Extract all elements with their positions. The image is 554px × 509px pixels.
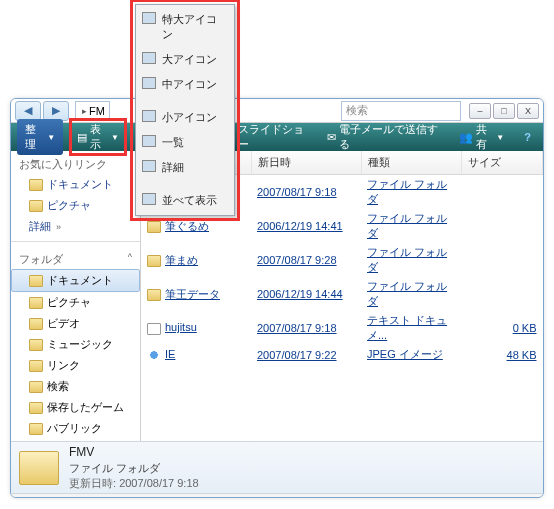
view-menu-item[interactable]: 詳細	[138, 155, 232, 180]
table-row[interactable]: hujitsu2007/08/17 9:18テキスト ドキュメ...0 KB	[141, 311, 543, 345]
search-input[interactable]: 検索	[341, 101, 461, 121]
col-type[interactable]: 種類	[361, 151, 461, 175]
favorite-link[interactable]: ドキュメント	[11, 174, 140, 195]
folder-icon	[29, 297, 43, 309]
details-title: FMV	[69, 444, 199, 461]
folder-icon	[147, 255, 161, 267]
view-menu-item[interactable]: 特大アイコン	[138, 7, 232, 47]
details-pane: FMV ファイル フォルダ 更新日時: 2007/08/17 9:18	[11, 441, 543, 493]
folder-tree-item[interactable]: ビデオ	[11, 313, 140, 334]
breadcrumb-item[interactable]: FM	[89, 105, 105, 117]
caret-down-icon: ▼	[496, 133, 504, 142]
folder-icon	[29, 423, 43, 435]
folder-icon	[29, 275, 43, 287]
col-size[interactable]: サイズ	[461, 151, 543, 175]
view-size-icon	[142, 77, 156, 89]
view-menu: 特大アイコン大アイコン中アイコン小アイコン一覧詳細並べて表示	[135, 4, 235, 216]
explorer-window: ◀ ▶ ▸ FM 検索 – □ X 整理▼ ▤ 表示▼ ▶ スライドショー	[10, 98, 544, 498]
views-icon: ▤	[77, 131, 87, 144]
command-bar: 整理▼ ▤ 表示▼ ▶ スライドショー ✉ 電子メールで送信する 👥 共有▼ ?	[11, 123, 543, 151]
view-size-icon	[142, 52, 156, 64]
share-icon: 👥	[459, 131, 473, 144]
organize-button[interactable]: 整理▼	[17, 119, 63, 155]
folder-tree-item[interactable]: 検索	[11, 376, 140, 397]
table-row[interactable]: 筆王データ2006/12/19 14:44ファイル フォルダ	[141, 277, 543, 311]
ie-icon	[147, 349, 161, 361]
selection-count: 1 個選択	[19, 496, 61, 498]
view-size-icon	[142, 135, 156, 147]
more-link[interactable]: 詳細 »	[11, 216, 140, 237]
caret-down-icon: ▼	[47, 133, 55, 142]
details-type: ファイル フォルダ	[69, 461, 199, 476]
folder-tree-item[interactable]: ドキュメント	[11, 269, 140, 292]
view-size-icon	[142, 110, 156, 122]
folder-icon	[29, 179, 43, 191]
favorites-header: お気に入りリンク	[11, 151, 140, 174]
favorite-link[interactable]: ピクチャ	[11, 195, 140, 216]
views-button[interactable]: ▤ 表示▼	[71, 120, 125, 154]
folder-tree-item[interactable]: ピクチャ	[11, 292, 140, 313]
folder-icon	[29, 318, 43, 330]
mail-icon: ✉	[327, 131, 336, 144]
folder-icon	[29, 200, 43, 212]
view-menu-item[interactable]: 小アイコン	[138, 105, 232, 130]
minimize-button[interactable]: –	[469, 103, 491, 119]
maximize-button[interactable]: □	[493, 103, 515, 119]
view-menu-item[interactable]: 並べて表示	[138, 188, 232, 213]
view-size-icon	[142, 12, 156, 24]
nav-forward-button[interactable]: ▶	[43, 101, 69, 121]
folder-icon	[29, 360, 43, 372]
folder-tree-item[interactable]: 保存したゲーム	[11, 397, 140, 418]
folder-icon	[29, 381, 43, 393]
view-menu-item[interactable]: 中アイコン	[138, 72, 232, 97]
caret-down-icon: ▼	[111, 133, 119, 142]
col-date[interactable]: 新日時	[251, 151, 361, 175]
help-icon: ?	[524, 131, 531, 143]
folder-tree-item[interactable]: リンク	[11, 355, 140, 376]
status-computer: コンピュータ	[451, 496, 535, 498]
view-size-icon	[142, 160, 156, 172]
chevron-down-icon: »	[56, 222, 61, 232]
help-button[interactable]: ?	[518, 129, 537, 145]
search-placeholder: 検索	[346, 103, 368, 118]
file-icon	[147, 323, 161, 335]
view-size-icon	[142, 193, 156, 205]
details-date-label: 更新日時:	[69, 477, 116, 489]
navigation-pane: お気に入りリンク ドキュメントピクチャ 詳細 » フォルダ ^ ドキュメントピク…	[11, 151, 141, 441]
computer-icon	[451, 498, 465, 499]
folder-icon	[29, 339, 43, 351]
details-date: 2007/08/17 9:18	[119, 477, 199, 489]
close-button[interactable]: X	[517, 103, 539, 119]
nav-back-button[interactable]: ◀	[15, 101, 41, 121]
breadcrumb[interactable]: ▸ FM	[75, 101, 110, 121]
chevron-right-icon: ▸	[82, 106, 87, 116]
share-button[interactable]: 👥 共有▼	[453, 120, 511, 154]
folder-icon	[19, 451, 59, 485]
view-menu-item[interactable]: 大アイコン	[138, 47, 232, 72]
folder-tree-item[interactable]: パブリック	[11, 418, 140, 439]
chevron-up-icon: ^	[128, 252, 132, 262]
table-row[interactable]: IE2007/08/17 9:22JPEG イメージ48 KB	[141, 345, 543, 364]
folder-icon	[29, 402, 43, 414]
folder-icon	[147, 289, 161, 301]
folders-header[interactable]: フォルダ ^	[11, 246, 140, 269]
email-button[interactable]: ✉ 電子メールで送信する	[321, 120, 444, 154]
view-menu-item[interactable]: 一覧	[138, 130, 232, 155]
status-bar: 1 個選択 コンピュータ	[11, 493, 543, 498]
folder-tree-item[interactable]: ミュージック	[11, 334, 140, 355]
table-row[interactable]: 筆まめ2007/08/17 9:28ファイル フォルダ	[141, 243, 543, 277]
folder-icon	[147, 221, 161, 233]
